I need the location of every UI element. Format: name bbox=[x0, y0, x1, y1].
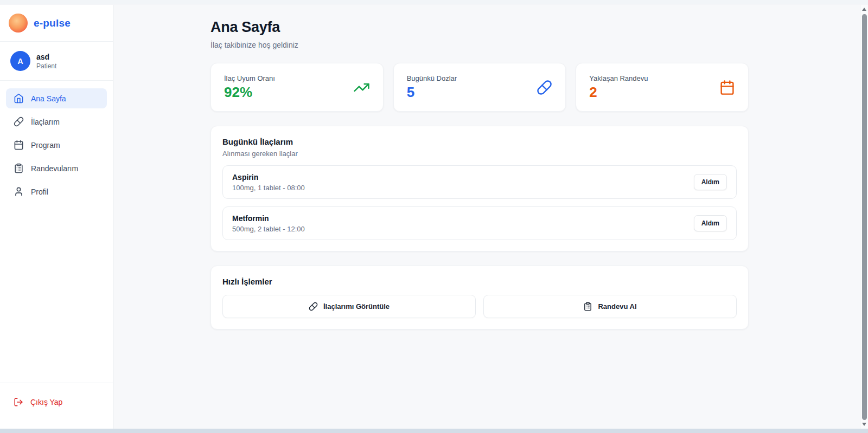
page-subtitle: İlaç takibinize hoş geldiniz bbox=[210, 41, 749, 49]
page-title: Ana Sayfa bbox=[210, 19, 749, 36]
quick-actions-card: Hızlı İşlemler İlaçlarımı Görüntüle Rand… bbox=[210, 266, 749, 329]
stat-card-appointments: Yaklaşan Randevu 2 bbox=[576, 63, 749, 112]
sidebar-footer: Çıkış Yap bbox=[0, 383, 113, 429]
sidebar-item-label: Program bbox=[31, 141, 60, 150]
stat-card-adherence: İlaç Uyum Oranı 92% bbox=[210, 63, 384, 112]
quick-action-label: İlaçlarımı Görüntüle bbox=[323, 302, 390, 311]
user-profile: A asd Patient bbox=[0, 42, 113, 81]
sidebar-item-ana-sayfa[interactable]: Ana Sayfa bbox=[6, 88, 107, 108]
pill-icon bbox=[309, 302, 318, 311]
stat-value: 92% bbox=[224, 84, 275, 101]
pill-icon bbox=[537, 80, 552, 95]
calendar-icon bbox=[719, 80, 735, 95]
user-info: asd Patient bbox=[36, 53, 56, 70]
clipboard-list-icon bbox=[14, 163, 24, 173]
stat-label: Bugünkü Dozlar bbox=[407, 74, 457, 82]
quick-action-label: Randevu Al bbox=[598, 302, 636, 311]
app-window: e-pulse A asd Patient Ana Sayfa İlaçları… bbox=[0, 5, 860, 429]
main-area: Ana Sayfa İlaç takibinize hoş geldiniz İ… bbox=[113, 5, 860, 429]
window-bottom-edge bbox=[0, 429, 868, 433]
sidebar-item-ilaclarim[interactable]: İlaçlarım bbox=[6, 112, 107, 132]
scrollbar-up-arrow[interactable] bbox=[862, 8, 866, 11]
scrollbar-down-arrow[interactable] bbox=[862, 423, 866, 426]
calendar-icon bbox=[14, 140, 24, 150]
medication-info: Metformin 500mg, 2 tablet - 12:00 bbox=[232, 214, 305, 233]
logout-button[interactable]: Çıkış Yap bbox=[6, 393, 107, 411]
sidebar-item-profil[interactable]: Profil bbox=[6, 182, 107, 202]
sidebar-item-program[interactable]: Program bbox=[6, 135, 107, 155]
user-role: Patient bbox=[36, 62, 56, 70]
medications-title: Bugünkü İlaçlarım bbox=[222, 137, 737, 146]
stat-text: Bugünkü Dozlar 5 bbox=[407, 74, 457, 101]
user-icon bbox=[14, 186, 24, 197]
sidebar-item-randevularim[interactable]: Randevularım bbox=[6, 158, 107, 178]
sidebar-item-label: Profil bbox=[31, 188, 48, 196]
medications-subtitle: Alınması gereken ilaçlar bbox=[222, 150, 737, 158]
medication-row-aspirin: Aspirin 100mg, 1 tablet - 08:00 Aldım bbox=[222, 165, 737, 199]
taken-button[interactable]: Aldım bbox=[694, 215, 727, 231]
taken-button[interactable]: Aldım bbox=[694, 174, 727, 190]
stat-value: 5 bbox=[407, 84, 457, 101]
user-name: asd bbox=[36, 53, 56, 61]
quick-actions-row: İlaçlarımı Görüntüle Randevu Al bbox=[222, 295, 737, 318]
medication-row-metformin: Metformin 500mg, 2 tablet - 12:00 Aldım bbox=[222, 206, 737, 240]
medication-info: Aspirin 100mg, 1 tablet - 08:00 bbox=[232, 173, 305, 192]
sidebar: e-pulse A asd Patient Ana Sayfa İlaçları… bbox=[0, 5, 113, 429]
scrollbar-thumb[interactable] bbox=[862, 14, 867, 420]
sidebar-item-label: İlaçlarım bbox=[31, 118, 60, 126]
window-top-edge bbox=[0, 0, 868, 4]
todays-medications-card: Bugünkü İlaçlarım Alınması gereken ilaçl… bbox=[210, 126, 749, 251]
stat-text: Yaklaşan Randevu 2 bbox=[589, 74, 648, 101]
medication-name: Aspirin bbox=[232, 173, 305, 182]
trending-up-icon bbox=[353, 79, 370, 96]
stat-text: İlaç Uyum Oranı 92% bbox=[224, 74, 275, 101]
avatar: A bbox=[10, 51, 30, 71]
view-medications-button[interactable]: İlaçlarımı Görüntüle bbox=[222, 295, 476, 318]
medication-name: Metformin bbox=[232, 214, 305, 223]
vertical-scrollbar[interactable] bbox=[860, 5, 868, 429]
logout-icon bbox=[14, 397, 23, 407]
brand-header: e-pulse bbox=[0, 5, 113, 42]
pill-icon bbox=[14, 117, 24, 127]
stats-row: İlaç Uyum Oranı 92% Bugünkü Dozlar 5 Yak… bbox=[210, 63, 749, 112]
medication-details: 500mg, 2 tablet - 12:00 bbox=[232, 225, 305, 233]
stat-label: İlaç Uyum Oranı bbox=[224, 74, 275, 82]
logout-label: Çıkış Yap bbox=[30, 398, 62, 406]
stat-card-doses: Bugünkü Dozlar 5 bbox=[393, 63, 566, 112]
brand-name: e-pulse bbox=[34, 17, 71, 29]
stat-label: Yaklaşan Randevu bbox=[589, 74, 648, 82]
stat-value: 2 bbox=[589, 84, 648, 101]
medication-details: 100mg, 1 tablet - 08:00 bbox=[232, 184, 305, 192]
quick-actions-title: Hızlı İşlemler bbox=[222, 277, 737, 286]
content-container: Ana Sayfa İlaç takibinize hoş geldiniz İ… bbox=[210, 19, 749, 329]
book-appointment-button[interactable]: Randevu Al bbox=[483, 295, 737, 318]
brand-logo-icon bbox=[9, 14, 28, 33]
home-icon bbox=[14, 93, 24, 104]
sidebar-nav: Ana Sayfa İlaçlarım Program Randevularım… bbox=[0, 81, 113, 383]
clipboard-list-icon bbox=[583, 302, 592, 311]
sidebar-item-label: Randevularım bbox=[31, 164, 78, 173]
sidebar-item-label: Ana Sayfa bbox=[31, 94, 66, 103]
